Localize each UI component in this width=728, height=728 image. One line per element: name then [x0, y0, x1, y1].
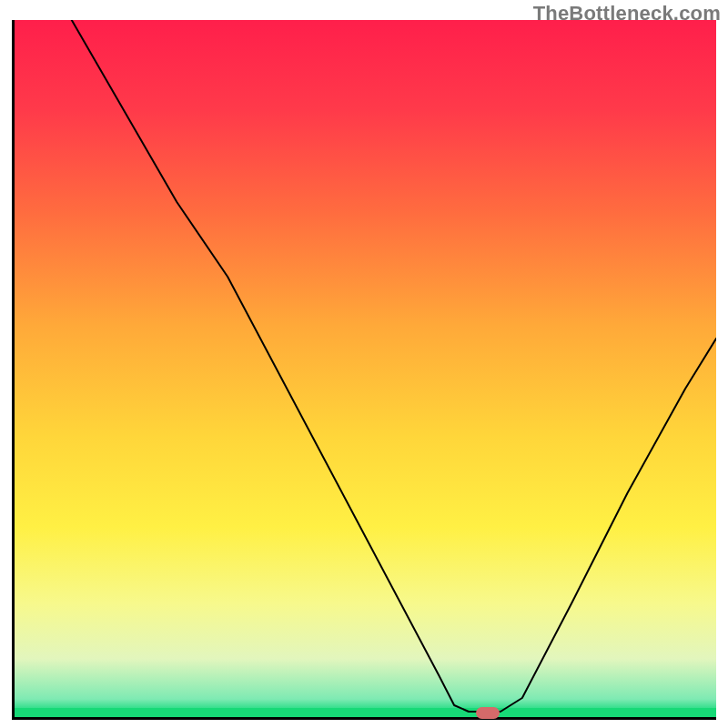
plot-area [12, 20, 716, 720]
bottleneck-curve [15, 20, 716, 717]
sweet-spot-marker [476, 707, 500, 719]
bottleneck-chart: TheBottleneck.com [0, 0, 728, 728]
